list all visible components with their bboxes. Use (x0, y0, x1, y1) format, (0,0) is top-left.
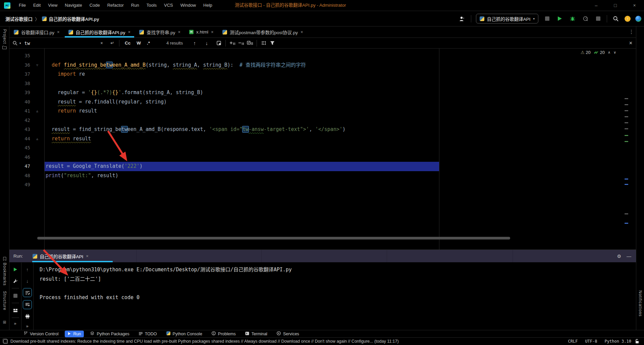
fold-marker[interactable]: ▿ (30, 61, 44, 70)
stripe-mark[interactable] (625, 184, 628, 185)
regex-toggle[interactable]: .* (144, 41, 153, 46)
menu-view[interactable]: View (44, 0, 61, 11)
soft-wrap-toggle[interactable] (23, 288, 32, 297)
search-filter-button[interactable] (259, 40, 268, 47)
print-icon[interactable] (23, 312, 32, 321)
select-all-occurrences-button[interactable] (246, 40, 254, 47)
edit-configuration-wrench-icon[interactable] (11, 277, 19, 285)
toolwindow-button-terminal[interactable]: Terminal (242, 331, 270, 337)
menu-help[interactable]: Help (200, 0, 216, 11)
run-configuration-select[interactable]: 自己抓的谷歌翻译API ▾ (476, 14, 538, 23)
stripe-mark[interactable] (625, 122, 628, 123)
scroll-to-end-toggle[interactable] (23, 300, 32, 309)
stripe-mark[interactable] (625, 116, 628, 117)
editor-tab[interactable]: 谷歌翻译接口.py× (9, 26, 64, 38)
tab-close-icon[interactable]: × (57, 29, 60, 34)
toolwindow-button-todo[interactable]: TODO (136, 331, 160, 337)
next-problem-icon[interactable]: ∨ (613, 50, 616, 55)
stripe-mark[interactable] (625, 110, 628, 111)
toolwindow-button-python-console[interactable]: Python Console (163, 331, 205, 337)
restore-button[interactable]: □ (606, 0, 625, 10)
run-tab-close-icon[interactable]: × (86, 254, 89, 259)
toolwindow-button-problems[interactable]: Problems (209, 331, 239, 337)
breadcrumb-project[interactable]: 测试谷歌接口 (5, 15, 33, 22)
funnel-filter-icon[interactable] (268, 40, 277, 47)
stripe-mark[interactable] (625, 179, 628, 180)
run-settings-gear-icon[interactable]: ⚙ (617, 254, 621, 259)
open-in-find-window-button[interactable] (214, 40, 223, 47)
tab-close-icon[interactable]: × (301, 29, 303, 34)
search-input[interactable]: ▾ tw × ↵ (9, 40, 117, 47)
tab-close-icon[interactable]: × (211, 29, 214, 34)
close-find-bar-icon[interactable]: ✕ (629, 41, 633, 46)
encoding-indicator[interactable]: UTF-8 (585, 339, 597, 344)
whole-words-toggle[interactable]: W (133, 41, 144, 46)
stripe-mark[interactable] (625, 128, 628, 129)
breadcrumb-file[interactable]: 自己抓的谷歌翻译API.py (49, 15, 99, 22)
toolwindow-button-version-control[interactable]: Version Control (21, 331, 61, 337)
sidebar-item-structure[interactable]: Structure (0, 291, 9, 310)
more-actions-icon[interactable]: » (14, 321, 16, 326)
stripe-mark[interactable] (625, 223, 628, 224)
toolwindow-button-python-packages[interactable]: Python Packages (87, 331, 132, 337)
rerun-button[interactable] (11, 265, 19, 274)
editor-tab[interactable]: 测试postman带参数的post协议.py× (218, 26, 308, 38)
menu-window[interactable]: Window (177, 0, 200, 11)
fold-marker[interactable]: ▵ (30, 134, 44, 144)
debug-button[interactable] (569, 15, 577, 23)
editor-tab[interactable]: Hx.html× (185, 26, 218, 38)
code-editor[interactable]: 3536▿def find_string_between_A_amd_B(str… (9, 49, 636, 250)
stripe-mark[interactable] (625, 213, 628, 214)
next-occurrence-button[interactable]: ↓ (202, 40, 211, 47)
remove-occurrence-button[interactable] (237, 40, 246, 47)
editor-tab[interactable]: 自己抓的谷歌翻译API.py× (64, 26, 135, 38)
horizontal-scrollbar[interactable] (37, 237, 510, 239)
match-case-toggle[interactable]: Cc (122, 41, 133, 46)
menu-tools[interactable]: Tools (143, 0, 160, 11)
previous-occurrence-button[interactable]: ↑ (190, 40, 199, 47)
stripe-mark[interactable] (625, 141, 628, 142)
run-button[interactable] (556, 15, 564, 23)
readonly-lock-icon[interactable] (635, 339, 639, 344)
plugin-sphere-icon[interactable] (635, 16, 641, 22)
search-history-caret-icon[interactable]: ▾ (19, 42, 21, 45)
run-console-output[interactable]: D:\Program\python310\python.exe E:/Docum… (34, 263, 636, 331)
line-ending-indicator[interactable]: CRLF (568, 339, 578, 344)
profiler-button[interactable] (581, 15, 589, 23)
menu-edit[interactable]: Edit (30, 0, 44, 11)
minimize-button[interactable]: – (587, 0, 606, 10)
error-stripe[interactable] (624, 49, 629, 250)
menu-navigate[interactable]: Navigate (61, 0, 86, 11)
toolwindow-button-services[interactable]: Services (274, 331, 302, 337)
fold-marker[interactable]: ▵ (30, 107, 44, 116)
status-message[interactable]: Download pre-built shared indexes: Reduc… (10, 339, 399, 344)
stripe-mark[interactable] (625, 98, 628, 99)
stripe-mark[interactable] (625, 135, 628, 136)
more-actions-icon[interactable]: » (26, 324, 29, 329)
menu-refactor[interactable]: Refactor (104, 0, 127, 11)
menu-code[interactable]: Code (86, 0, 104, 11)
clear-search-icon[interactable]: × (97, 40, 106, 47)
run-tab[interactable]: 自己抓的谷歌翻译API × (33, 253, 89, 260)
user-account-icon[interactable] (458, 15, 466, 23)
menu-run[interactable]: Run (127, 0, 143, 11)
toolwindow-button-run[interactable]: Run (65, 331, 84, 337)
update-available-icon[interactable]: ↑ (625, 16, 631, 22)
previous-problem-icon[interactable]: ∧ (608, 50, 610, 55)
sidebar-item-notifications[interactable]: Notifications (636, 290, 644, 317)
inspections-widget[interactable]: ⚠ 20 ✔✔ 20 ∧ ∨ (581, 50, 616, 55)
menu-file[interactable]: File (15, 0, 30, 11)
add-occurrence-button[interactable] (228, 40, 237, 47)
sidebar-item-bookmarks[interactable]: Bookmarks (0, 257, 9, 286)
search-everywhere-icon[interactable] (612, 15, 620, 23)
hide-tool-window-icon[interactable]: — (627, 254, 631, 259)
more-tabs-icon[interactable]: ⋮ (629, 29, 634, 35)
new-line-icon[interactable]: ↵ (108, 40, 117, 47)
restore-layout-icon[interactable] (11, 306, 19, 315)
close-button[interactable]: × (625, 0, 644, 10)
interpreter-indicator[interactable]: Python 3.10 (605, 339, 631, 344)
stripe-mark[interactable] (625, 104, 628, 105)
sidebar-item-project[interactable]: Project (0, 29, 9, 49)
menu-vcs[interactable]: VCS (160, 0, 177, 11)
tab-close-icon[interactable]: × (128, 29, 130, 34)
